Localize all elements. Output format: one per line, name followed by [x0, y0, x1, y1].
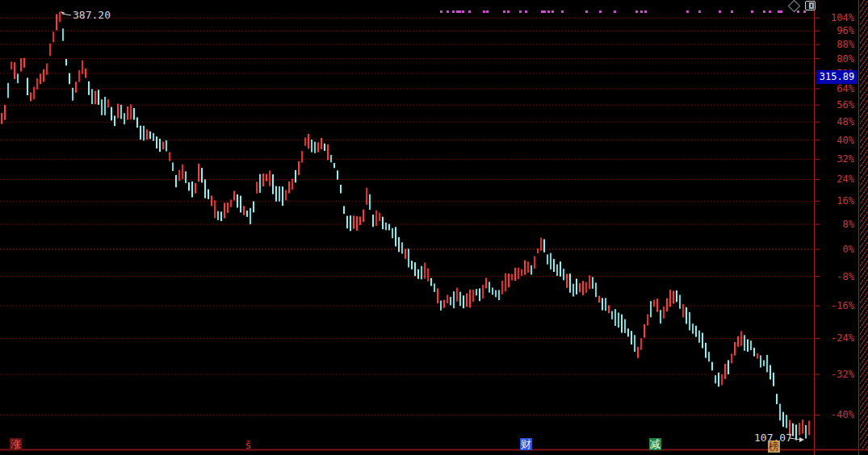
price-bar — [660, 310, 661, 324]
price-bar — [72, 88, 73, 101]
price-bar — [172, 162, 174, 171]
event-mark-dot — [456, 10, 459, 13]
y-axis-tick-label: 16% — [816, 195, 854, 207]
price-bar — [382, 217, 384, 229]
price-bar — [459, 292, 461, 307]
price-bar — [330, 155, 332, 162]
price-bar — [175, 175, 177, 187]
event-mark-dot — [635, 10, 638, 13]
y-axis-tick-label: 8% — [816, 219, 854, 230]
price-bar — [88, 81, 90, 95]
price-bar — [631, 331, 632, 344]
price-bar — [356, 216, 358, 231]
price-bar — [572, 284, 574, 297]
event-mark-dot — [547, 10, 550, 13]
price-bar — [214, 200, 216, 218]
price-bar — [275, 186, 277, 202]
price-chart[interactable] — [0, 0, 868, 455]
price-bar — [427, 269, 429, 282]
price-bar — [479, 288, 480, 301]
price-bar — [566, 273, 568, 287]
y-axis-tick-label: -16% — [816, 300, 854, 311]
price-bar — [98, 90, 99, 105]
price-bar — [136, 117, 138, 127]
price-bar — [14, 62, 15, 79]
price-bar — [224, 202, 225, 218]
event-mark-dot — [763, 10, 765, 13]
price-bar — [530, 265, 532, 275]
price-bar — [728, 360, 729, 374]
price-bar — [498, 290, 500, 300]
price-bar — [518, 268, 519, 279]
price-bar — [476, 289, 477, 295]
event-mark-dot — [780, 10, 782, 13]
price-bar — [740, 331, 742, 345]
price-bar — [663, 307, 665, 319]
price-bar — [598, 296, 600, 303]
price-bar — [698, 331, 700, 343]
price-bar — [392, 228, 393, 239]
price-bar — [527, 261, 529, 273]
price-bar — [243, 206, 245, 215]
price-bar — [679, 295, 681, 309]
price-bar — [301, 151, 303, 162]
price-bar — [637, 347, 639, 358]
price-bar — [627, 328, 629, 336]
y-axis-tick-label: 0% — [816, 244, 854, 255]
price-bar — [130, 104, 132, 119]
price-bar — [747, 340, 748, 352]
price-bar — [23, 58, 25, 68]
bottom-marker-tag: 减 — [649, 438, 661, 450]
price-bar — [611, 311, 613, 319]
event-mark-dot — [769, 10, 771, 13]
price-bar — [94, 91, 96, 105]
price-bar — [608, 305, 610, 313]
price-bar — [33, 87, 35, 100]
chart-window: 104%96%88%80%72%64%56%48%40%32%24%16%8%0… — [0, 0, 868, 455]
price-bar — [534, 257, 535, 269]
price-bar — [20, 58, 22, 71]
price-bar — [715, 375, 716, 383]
price-bar — [191, 182, 193, 198]
event-mark-dot — [519, 10, 522, 13]
price-bar — [676, 290, 677, 302]
price-bar — [40, 73, 41, 84]
price-bar — [618, 312, 619, 328]
price-bar — [750, 340, 752, 350]
price-bar — [43, 69, 44, 82]
price-bar — [766, 355, 768, 372]
price-bar — [49, 44, 51, 56]
price-bar — [524, 261, 526, 275]
price-bar — [456, 288, 458, 302]
price-bar — [227, 202, 229, 213]
event-mark-dot — [585, 10, 588, 13]
price-bar — [808, 421, 810, 436]
price-bar — [195, 183, 196, 194]
price-bar — [266, 174, 267, 182]
price-bar — [463, 295, 464, 308]
price-bar — [760, 356, 761, 368]
price-bar — [308, 134, 309, 148]
price-bar — [485, 278, 487, 288]
price-bar — [556, 265, 558, 276]
event-mark-dot — [599, 10, 602, 13]
price-bar — [411, 261, 413, 269]
price-bar — [757, 353, 758, 359]
price-bar — [182, 165, 183, 179]
price-bar — [731, 353, 732, 363]
price-bar — [363, 210, 364, 223]
price-bar — [669, 290, 671, 307]
price-bar — [375, 211, 377, 226]
price-bar — [166, 140, 167, 152]
price-bar — [249, 208, 251, 224]
price-bar — [317, 142, 319, 152]
panel-icon[interactable] — [805, 1, 816, 10]
price-bar — [624, 319, 626, 333]
event-mark-dot — [462, 10, 464, 13]
price-bar — [640, 338, 642, 350]
price-bar — [295, 170, 296, 182]
event-mark-dot — [614, 10, 616, 13]
price-bar — [805, 425, 807, 439]
price-bar — [453, 291, 455, 308]
event-mark-dot — [719, 10, 721, 13]
